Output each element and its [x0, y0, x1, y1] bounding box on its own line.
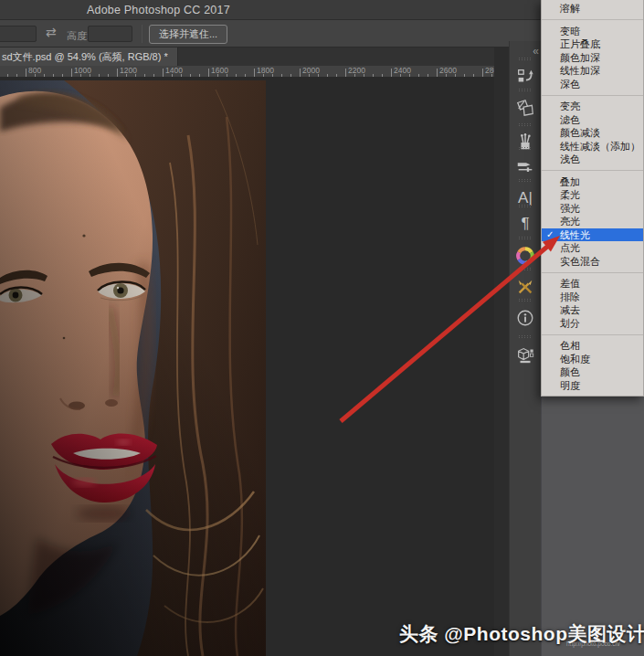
menu-item-label: 明度	[560, 380, 580, 391]
ruler-tick	[44, 74, 45, 77]
ruler-tick	[327, 74, 328, 77]
menu-item-label: 减去	[560, 304, 580, 315]
menu-item[interactable]: 柔光	[542, 188, 643, 202]
ruler-tick	[53, 74, 54, 77]
ruler-tick	[7, 74, 8, 77]
ruler-tick	[418, 74, 419, 77]
menu-item[interactable]: 线性减淡（添加）	[542, 140, 643, 153]
ruler-label: 1600	[211, 66, 228, 75]
ruler-tick	[245, 74, 246, 77]
ruler-label: 1000	[74, 66, 91, 75]
tool-presets-icon[interactable]	[513, 275, 537, 299]
ruler-tick	[345, 69, 346, 77]
panel-group-handle	[519, 123, 533, 126]
menu-item[interactable]: 正片叠底	[542, 37, 643, 51]
swap-dimensions-icon[interactable]: ⇄	[46, 25, 57, 39]
menu-separator	[542, 95, 643, 96]
ruler-label: 1800	[257, 66, 274, 75]
menu-item-label: 溶解	[560, 3, 580, 14]
ruler-tick	[62, 74, 63, 77]
panel-group-handle	[519, 268, 533, 270]
ruler-tick	[236, 74, 237, 77]
history-panel-icon[interactable]	[513, 65, 537, 89]
menu-item-label: 排除	[560, 291, 580, 302]
ruler-tick	[153, 74, 154, 77]
menu-item[interactable]: 颜色减淡	[542, 126, 643, 140]
clone-source-icon[interactable]	[513, 96, 537, 120]
menu-item-label: 滤色	[560, 114, 580, 125]
height-field[interactable]	[88, 26, 132, 42]
menu-item[interactable]: 饱和度	[542, 353, 643, 366]
panel-group-handle	[519, 147, 533, 150]
menu-item-label: 线性加深	[560, 65, 600, 76]
menu-item-label: 线性减淡（添加）	[560, 141, 640, 152]
3d-panel-icon[interactable]	[513, 343, 537, 366]
panel-group-handle	[519, 89, 533, 91]
brushes-panel-icon[interactable]	[513, 131, 537, 154]
menu-item-label: 变暗	[560, 26, 580, 37]
ruler-tick	[163, 69, 164, 77]
width-field[interactable]	[0, 26, 37, 42]
menu-item-label: 颜色加深	[560, 52, 600, 63]
brush-settings-icon[interactable]	[513, 154, 537, 178]
ruler-tick	[428, 74, 428, 77]
ruler-label: 800	[28, 66, 41, 75]
document-tab-row: sd文件.psd @ 54.9% (高频, RGB/8) *	[0, 48, 494, 66]
panel-group-handle	[519, 179, 533, 182]
menu-item[interactable]: 减去	[542, 303, 643, 317]
paragraph-panel-icon[interactable]: ¶	[513, 212, 537, 236]
menu-item[interactable]: 线性加深	[542, 64, 643, 78]
ruler-tick	[26, 69, 26, 77]
ruler-label: 2600	[439, 66, 457, 75]
document-tab[interactable]: sd文件.psd @ 54.9% (高频, RGB/8) *	[0, 48, 178, 66]
menu-item[interactable]: 浅色	[542, 153, 643, 166]
menu-item[interactable]: 叠加	[542, 175, 643, 189]
select-and-mask-button[interactable]: 选择并遮住...	[149, 25, 227, 44]
ruler-tick	[208, 69, 209, 77]
menu-item-label: 浅色	[560, 153, 580, 164]
info-panel-icon[interactable]	[513, 306, 537, 330]
menu-item-selected[interactable]: ✓线性光	[542, 228, 643, 242]
menu-item[interactable]: 变暗	[542, 25, 643, 38]
ruler-tick	[16, 74, 17, 77]
ruler-tick	[190, 74, 191, 77]
menu-item-label: 叠加	[560, 176, 580, 187]
menu-item[interactable]: 颜色加深	[542, 51, 643, 65]
options-divider	[142, 25, 143, 43]
menu-item[interactable]: 实色混合	[542, 255, 643, 269]
menu-item-label: 实色混合	[560, 256, 600, 267]
ruler-tick	[99, 74, 100, 77]
menu-item[interactable]: 亮光	[542, 215, 643, 228]
checkmark-icon: ✓	[546, 228, 554, 242]
menu-item[interactable]: 溶解	[542, 2, 643, 16]
ruler-tick	[373, 74, 374, 77]
menu-item[interactable]: 色相	[542, 339, 643, 353]
menu-item[interactable]: 深色	[542, 78, 643, 91]
menu-item-label: 色相	[560, 340, 580, 351]
paragraph-panel-icon-glyph: ¶	[521, 215, 529, 233]
menu-item[interactable]: 明度	[542, 379, 643, 393]
menu-item-label: 点光	[560, 242, 580, 253]
menu-item[interactable]: 差值	[542, 277, 643, 291]
menu-item[interactable]: 颜色	[542, 365, 643, 379]
menu-item[interactable]: 滤色	[542, 113, 643, 127]
menu-item[interactable]: 强光	[542, 202, 643, 216]
menu-separator	[542, 272, 643, 273]
menu-item-label: 颜色减淡	[560, 127, 600, 138]
menu-item-label: 强光	[560, 203, 580, 214]
color-wheel-icon[interactable]	[513, 244, 537, 268]
collapse-panels-icon[interactable]: «	[533, 45, 537, 58]
menu-item[interactable]: 变亮	[542, 100, 643, 113]
menu-item[interactable]: 点光	[542, 241, 643, 255]
menu-item[interactable]: 排除	[542, 291, 643, 304]
menu-item[interactable]: 划分	[542, 317, 643, 331]
menu-item-label: 饱和度	[560, 354, 590, 365]
ruler-tick	[290, 74, 291, 77]
ruler-tick	[382, 74, 383, 77]
ruler-tick	[108, 74, 109, 77]
ruler-label: 2200	[348, 66, 365, 75]
watermark-url: http://photo.poco.cn/	[566, 640, 620, 647]
menu-separator	[542, 19, 643, 20]
menu-item-label: 颜色	[560, 366, 580, 377]
menu-item-label: 柔光	[560, 189, 580, 200]
